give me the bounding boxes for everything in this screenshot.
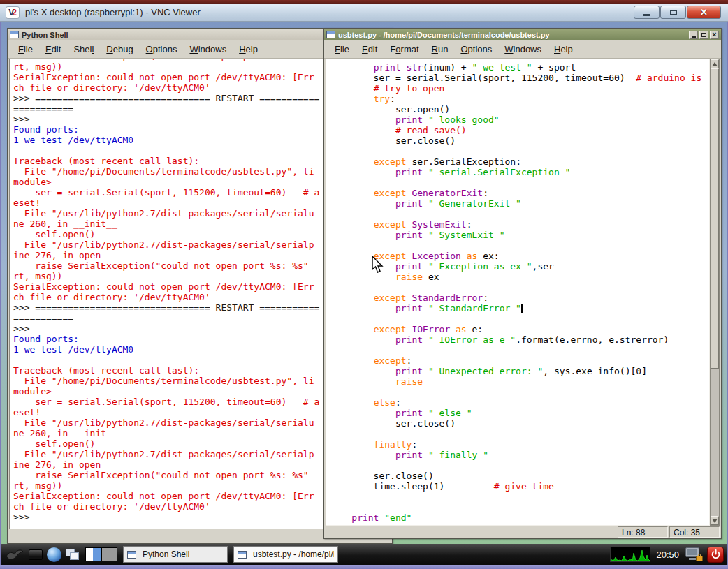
menu-file[interactable]: File: [328, 42, 356, 57]
menu-format[interactable]: Format: [384, 42, 425, 57]
scroll-down-arrow-icon[interactable]: [711, 516, 719, 525]
code-line: [330, 177, 709, 188]
window-icon: [238, 551, 247, 559]
padlock-icon: [696, 556, 703, 561]
vnc-minimize-button[interactable]: [634, 6, 660, 19]
editor-statusbar: Ln: 88 Col: 35: [324, 526, 721, 538]
editor-window-title: usbtest.py - /home/pi/Documents/terminal…: [338, 31, 550, 39]
pager-desktop-1[interactable]: [86, 548, 101, 561]
code-line: [330, 209, 709, 219]
code-line: print " StandardError ": [330, 303, 709, 313]
remote-desktop: Python Shell FileEditShellDebugOptionsWi…: [0, 22, 728, 565]
code-line: except StandardError:: [330, 293, 709, 303]
iconify-windows-icon[interactable]: [66, 549, 80, 561]
vnc-titlebar: V2 pi's X desktop (raspberrypi:1) - VNC …: [0, 4, 728, 22]
code-line: [330, 146, 709, 156]
menu-options[interactable]: Options: [454, 42, 498, 57]
code-line: print " SystemExit ": [330, 230, 709, 240]
scrollbar-thumb[interactable]: [711, 68, 719, 369]
code-line: print "end": [330, 512, 709, 523]
editor-close-button[interactable]: ×: [710, 31, 719, 39]
close-icon: ×: [713, 31, 717, 38]
code-line: print " else ": [330, 408, 709, 418]
status-column-number: Col: 35: [669, 526, 720, 538]
menu-shell[interactable]: Shell: [67, 42, 100, 57]
web-browser-icon[interactable]: [47, 547, 61, 562]
code-line: except GeneratorExit:: [330, 188, 709, 198]
lock-screen-icon[interactable]: [685, 546, 703, 563]
menu-file[interactable]: File: [12, 42, 39, 57]
vnc-maximize-button[interactable]: [660, 6, 686, 19]
menu-help[interactable]: Help: [233, 42, 264, 57]
code-line: print " GeneratorExit ": [330, 198, 709, 209]
mouse-cursor: [371, 256, 385, 278]
vnc-viewer-screen: { "vnc": { "title": "pi's X desktop (ras…: [0, 0, 728, 569]
menu-edit[interactable]: Edit: [39, 42, 67, 57]
code-line: [330, 460, 709, 471]
menu-help[interactable]: Help: [548, 42, 579, 57]
lxde-menu-icon[interactable]: [6, 547, 24, 561]
logout-power-button[interactable]: [707, 547, 724, 563]
vnc-logo-icon: V2: [6, 6, 20, 19]
code-line: print " Unexpected error: ", sys.exe_inf…: [330, 366, 709, 376]
file-manager-icon[interactable]: [29, 549, 43, 560]
vnc-window-title: pi's X desktop (raspberrypi:1) - VNC Vie…: [25, 7, 201, 17]
minimize-icon: [692, 36, 696, 38]
code-line: time.sleep(1) # give time: [330, 481, 709, 492]
pager-desktop-2[interactable]: [101, 548, 117, 561]
status-line-number: Ln: 88: [618, 526, 668, 538]
code-line: print " IOError as e ".format(e.errno, e…: [330, 334, 709, 345]
menu-run[interactable]: Run: [425, 42, 455, 57]
editor-titlebar[interactable]: usbtest.py - /home/pi/Documents/terminal…: [324, 29, 721, 40]
editor-maximize-button[interactable]: [699, 31, 708, 39]
desktop-pager[interactable]: [85, 547, 117, 561]
code-line: [330, 240, 709, 251]
editor-window: usbtest.py - /home/pi/Documents/terminal…: [323, 28, 722, 539]
menu-debug[interactable]: Debug: [100, 42, 139, 57]
menu-windows[interactable]: Windows: [183, 42, 233, 57]
close-icon: ✕: [700, 7, 708, 17]
code-line: print " Exception as ex ",ser: [330, 261, 709, 272]
vnc-window-frame-bottom: [0, 565, 728, 569]
code-line: ser.open(): [330, 104, 709, 114]
vnc-close-button[interactable]: ✕: [687, 6, 721, 19]
maximize-icon: [670, 10, 677, 15]
code-line: print " looks good": [330, 114, 709, 125]
text-cursor: [521, 304, 523, 313]
editor-text-area[interactable]: print str(inum) + " we test " + sport se…: [326, 59, 710, 526]
editor-vertical-scrollbar[interactable]: [710, 59, 720, 526]
code-line: [330, 313, 709, 324]
window-icon: [326, 31, 335, 38]
editor-minimize-button[interactable]: [689, 31, 698, 39]
clock[interactable]: 20:50: [656, 549, 679, 560]
code-line: ser.close(): [330, 418, 709, 429]
code-line: # read_save(): [330, 125, 709, 135]
code-line: else:: [330, 397, 709, 408]
editor-menubar: FileEditFormatRunOptionsWindowsHelp: [324, 40, 721, 59]
code-line: print str(inum) + " we test " + sport: [330, 62, 709, 73]
menu-options[interactable]: Options: [140, 42, 184, 57]
code-line: ser.close(): [330, 135, 709, 146]
code-line: [330, 282, 709, 293]
code-line: finally:: [330, 439, 709, 450]
code-line: print " finally ": [330, 450, 709, 460]
code-line: except IOError as e:: [330, 324, 709, 334]
taskbar-button-python-shell[interactable]: Python Shell: [123, 546, 228, 563]
cpu-monitor-graph[interactable]: [610, 547, 650, 562]
taskbar-button-usbtest[interactable]: usbtest.py - /home/pi/D...: [233, 546, 338, 563]
minimize-icon: [643, 14, 650, 16]
menu-windows[interactable]: Windows: [498, 42, 548, 57]
maximize-icon: [701, 33, 706, 37]
code-line: [330, 387, 709, 397]
menu-edit[interactable]: Edit: [356, 42, 384, 57]
code-line: ser.close(): [330, 471, 709, 481]
window-icon: [10, 31, 19, 38]
code-line: try:: [330, 94, 709, 104]
window-icon: [127, 551, 136, 559]
shell-window-title: Python Shell: [22, 31, 68, 39]
code-line: raise: [330, 376, 709, 387]
code-line: print " serial.SerialException ": [330, 167, 709, 177]
code-line: [330, 502, 709, 512]
scroll-up-arrow-icon[interactable]: [711, 59, 719, 68]
code-line: raise ex: [330, 272, 709, 282]
